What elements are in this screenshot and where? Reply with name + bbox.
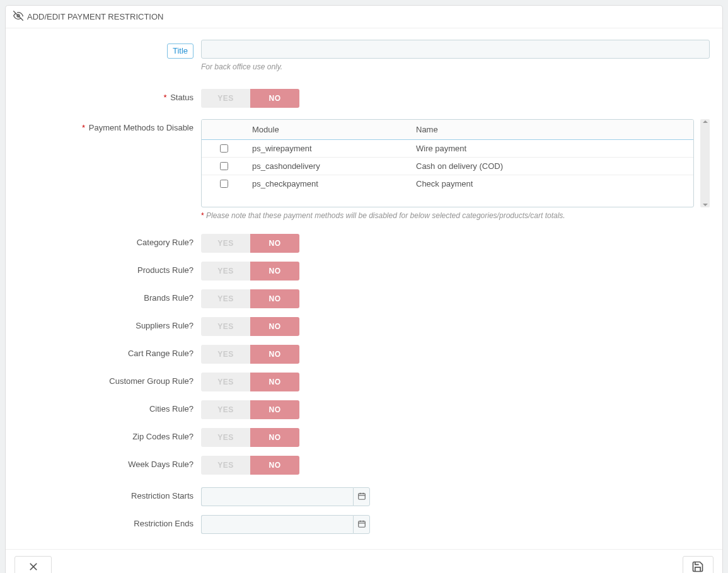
customergroup-no[interactable]: NO [250,373,299,391]
payment-methods-table: Module Name ps_wirepaymentWire paymentps… [202,120,693,192]
customergroup-rule-label: Customer Group Rule? [18,373,201,386]
panel-footer: Cancel Save [6,549,722,573]
status-no[interactable]: NO [250,89,299,108]
title-label-wrap: Title [18,40,201,59]
cartrange-rule-group: Cart Range Rule?YESNO [18,345,710,364]
zipcodes-rule-toggle[interactable]: YESNO [201,428,299,447]
zipcodes-rule-label: Zip Codes Rule? [18,428,201,441]
products-rule-group: Products Rule?YESNO [18,262,710,281]
payment-methods-group: * Payment Methods to Disable Module Name [18,119,710,220]
products-rule-label: Products Rule? [18,262,201,275]
pm-checkbox[interactable] [220,162,228,170]
customergroup-rule-group: Customer Group Rule?YESNO [18,373,710,391]
restriction-starts-label: Restriction Starts [18,487,201,501]
zipcodes-no[interactable]: NO [250,428,299,447]
pm-name: Cash on delivery (COD) [410,158,693,175]
suppliers-rule-toggle[interactable]: YESNO [201,317,299,336]
category-rule-label: Category Rule? [18,234,201,247]
pm-col-checkbox [202,120,246,140]
category-no[interactable]: NO [250,234,299,253]
scroll-up-icon[interactable] [703,120,708,123]
weekdays-no[interactable]: NO [250,456,299,475]
restriction-ends-input[interactable] [201,515,353,534]
brands-rule-group: Brands Rule?YESNO [18,289,710,308]
restriction-ends-calendar-button[interactable] [353,515,370,534]
title-help: For back office use only. [201,62,710,71]
pm-checkbox[interactable] [220,144,228,153]
cartrange-yes[interactable]: YES [201,345,250,364]
weekdays-yes[interactable]: YES [201,456,250,475]
cities-rule-label: Cities Rule? [18,400,201,414]
customergroup-rule-toggle[interactable]: YESNO [201,373,299,391]
status-toggle[interactable]: YES NO [201,89,299,108]
products-no[interactable]: NO [250,262,299,281]
customergroup-yes[interactable]: YES [201,373,250,391]
weekdays-rule-label: Week Days Rule? [18,456,201,469]
brands-rule-toggle[interactable]: YESNO [201,289,299,308]
pm-module: ps_wirepayment [246,140,410,158]
category-rule-group: Category Rule?YESNO [18,234,710,253]
payment-methods-help: * Please note that these payment methods… [201,211,710,220]
payment-methods-table-box: Module Name ps_wirepaymentWire paymentps… [201,119,694,207]
status-label: * Status [18,89,201,102]
products-rule-toggle[interactable]: YESNO [201,262,299,281]
weekdays-rule-group: Week Days Rule?YESNO [18,456,710,475]
calendar-icon [357,492,366,502]
title-label[interactable]: Title [167,43,194,59]
pm-checkbox[interactable] [220,180,228,188]
suppliers-rule-label: Suppliers Rule? [18,317,201,330]
table-row: ps_wirepaymentWire payment [202,140,693,158]
products-yes[interactable]: YES [201,262,250,281]
brands-no[interactable]: NO [250,289,299,308]
cities-rule-toggle[interactable]: YESNO [201,400,299,419]
table-row: ps_cashondeliveryCash on delivery (COD) [202,158,693,175]
pm-module: ps_checkpayment [246,175,410,193]
panel-title: ADD/EDIT PAYMENT RESTRICTION [27,12,163,21]
restriction-starts-group: Restriction Starts [18,487,710,506]
title-group: Title For back office use only. [18,40,710,71]
restriction-ends-group: Restriction Ends [18,515,710,534]
suppliers-yes[interactable]: YES [201,317,250,336]
panel: ADD/EDIT PAYMENT RESTRICTION Title For b… [5,5,723,573]
cartrange-rule-toggle[interactable]: YESNO [201,345,299,364]
pm-col-module: Module [246,120,410,140]
cities-rule-group: Cities Rule?YESNO [18,400,710,419]
pm-col-name: Name [410,120,693,140]
svg-rect-2 [358,493,365,499]
category-rule-toggle[interactable]: YESNO [201,234,299,253]
status-yes[interactable]: YES [201,89,250,108]
restriction-ends-label: Restriction Ends [18,515,201,528]
title-input[interactable] [201,40,710,59]
zipcodes-rule-group: Zip Codes Rule?YESNO [18,428,710,447]
restriction-starts-calendar-button[interactable] [353,487,370,506]
brands-rule-label: Brands Rule? [18,289,201,303]
suppliers-rule-group: Suppliers Rule?YESNO [18,317,710,336]
payment-methods-label: * Payment Methods to Disable [18,119,201,132]
panel-heading: ADD/EDIT PAYMENT RESTRICTION [6,6,722,28]
scroll-down-icon[interactable] [703,204,708,206]
pm-module: ps_cashondelivery [246,158,410,175]
cancel-button[interactable]: Cancel [14,556,52,573]
cities-no[interactable]: NO [250,400,299,419]
zipcodes-yes[interactable]: YES [201,428,250,447]
svg-rect-6 [358,521,365,526]
cartrange-no[interactable]: NO [250,345,299,364]
close-icon [27,560,40,573]
restriction-starts-input[interactable] [201,487,353,506]
table-row: ps_checkpaymentCheck payment [202,175,693,193]
calendar-icon [357,519,366,530]
pm-name: Check payment [410,175,693,193]
save-button[interactable]: Save [683,556,714,573]
brands-yes[interactable]: YES [201,289,250,308]
scrollbar[interactable] [700,119,710,207]
save-icon [691,560,704,573]
cities-yes[interactable]: YES [201,400,250,419]
cartrange-rule-label: Cart Range Rule? [18,345,201,358]
status-group: * Status YES NO [18,89,710,108]
pm-name: Wire payment [410,140,693,158]
panel-body: Title For back office use only. * Status… [6,28,722,549]
category-yes[interactable]: YES [201,234,250,253]
weekdays-rule-toggle[interactable]: YESNO [201,456,299,475]
suppliers-no[interactable]: NO [250,317,299,336]
eye-slash-icon [13,11,23,23]
